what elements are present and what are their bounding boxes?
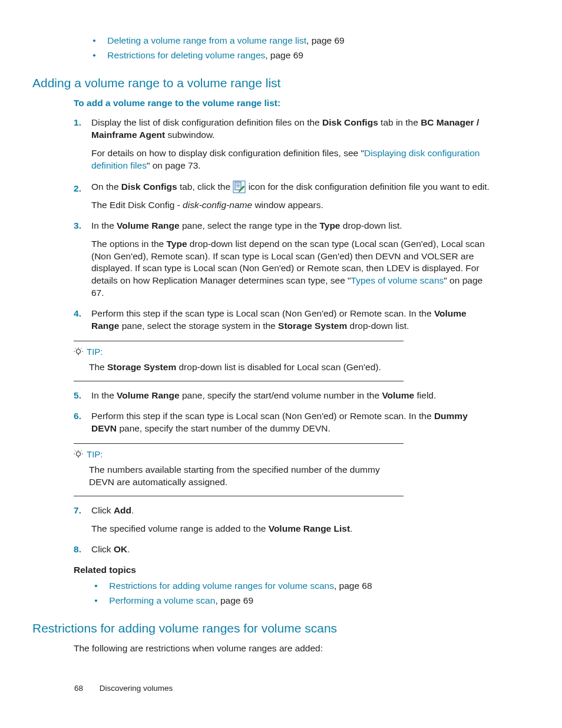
text: drop-down list. [347, 321, 409, 331]
list-item: Restrictions for deleting volume ranges,… [88, 50, 492, 62]
link-restrictions-deleting[interactable]: Restrictions for deleting volume ranges [107, 50, 265, 60]
tip-box: TIP: The numbers available starting from… [74, 443, 404, 496]
text: pane, specify the start number of the du… [117, 423, 330, 433]
text-bold: Volume Range [117, 220, 180, 230]
step-8: Click OK. [74, 543, 492, 556]
text: icon for the disk configuration definiti… [246, 182, 490, 192]
text: . [131, 505, 134, 515]
related-title: Related topics [74, 564, 492, 577]
tip-heading: TIP: [74, 449, 404, 460]
text: " on page 73. [147, 160, 201, 170]
text-bold: Type [319, 220, 340, 230]
text: pane, select the storage system in the [119, 321, 278, 331]
link-types-volume-scans[interactable]: Types of volume scans [351, 275, 444, 285]
svg-line-19 [81, 450, 82, 451]
step-list: Display the list of disk configuration d… [74, 117, 492, 332]
step-4: Perform this step if the scan type is Lo… [74, 308, 492, 332]
text: The Edit Disk Config - [91, 200, 183, 210]
text-italic: disk-config-name [183, 200, 252, 210]
heading-restrictions: Restrictions for adding volume ranges fo… [32, 620, 492, 637]
text: Perform this step if the scan type is Lo… [91, 411, 434, 421]
related-list: Restrictions for adding volume ranges fo… [90, 580, 492, 607]
text: The specified volume range is added to t… [91, 523, 269, 533]
text: The [89, 362, 107, 372]
procedure-title: To add a volume range to the volume rang… [74, 97, 492, 110]
step-sub: The Edit Disk Config - disk-config-name … [91, 199, 492, 212]
link-suffix: , page 69 [215, 595, 253, 605]
text: subwindow. [165, 130, 214, 140]
footer-text: Discovering volumes [100, 684, 173, 693]
step-3: In the Volume Range pane, select the ran… [74, 220, 492, 300]
svg-line-18 [75, 450, 75, 451]
step-list-cont2: Click Add. The specified volume range is… [74, 505, 492, 556]
text-bold: Add [114, 505, 131, 515]
link-deleting-volume-range[interactable]: Deleting a volume range from a volume ra… [107, 35, 306, 45]
text-bold: OK [114, 544, 127, 554]
text: pane, select the range type in the [180, 220, 320, 230]
text-bold: Disk Configs [322, 117, 378, 127]
text-bold: Storage System [107, 362, 176, 372]
document-page: Deleting a volume range from a volume ra… [0, 0, 562, 728]
svg-point-13 [77, 452, 81, 456]
list-item: Restrictions for adding volume ranges fo… [90, 580, 492, 592]
related-topics: Related topics Restrictions for adding v… [74, 564, 492, 607]
text-bold: Volume Range [117, 390, 180, 400]
text: For details on how to display disk confi… [91, 148, 364, 158]
tip-label: TIP: [87, 346, 103, 358]
step-list-cont: In the Volume Range pane, specify the st… [74, 390, 492, 435]
text: On the [91, 182, 121, 192]
text: field. [414, 390, 436, 400]
svg-point-6 [77, 350, 81, 354]
text: Click [91, 505, 114, 515]
text-bold: Storage System [278, 321, 347, 331]
step-5: In the Volume Range pane, specify the st… [74, 390, 492, 402]
text: Click [91, 544, 114, 554]
link-performing-volume-scan[interactable]: Performing a volume scan [109, 595, 215, 605]
text: Display the list of disk configuration d… [91, 117, 322, 127]
text-bold: Volume [382, 390, 414, 400]
step-1: Display the list of disk configuration d… [74, 117, 492, 172]
svg-line-11 [75, 348, 75, 349]
svg-rect-1 [235, 182, 241, 190]
svg-line-12 [81, 348, 82, 349]
text: . [127, 544, 130, 554]
lightbulb-icon [74, 450, 83, 459]
text: pane, specify the start/end volume numbe… [180, 390, 382, 400]
page-footer: 68 Discovering volumes [74, 683, 173, 694]
list-item: Performing a volume scan, page 69 [90, 595, 492, 607]
top-link-list: Deleting a volume range from a volume ra… [88, 35, 492, 62]
text: tab in the [378, 117, 421, 127]
text: tab, click the [177, 182, 233, 192]
heading-adding-volume-range: Adding a volume range to a volume range … [32, 75, 492, 91]
section-intro: The following are restrictions when volu… [74, 643, 492, 655]
step-sub: For details on how to display disk confi… [91, 147, 492, 172]
tip-box: TIP: The Storage System drop-down list i… [74, 341, 404, 381]
link-suffix: , page 69 [306, 35, 345, 45]
text: The numbers available starting from the … [89, 465, 380, 487]
text-bold: Volume Range List [269, 523, 350, 533]
text-bold: Type [167, 239, 187, 249]
list-item: Deleting a volume range from a volume ra… [88, 35, 492, 47]
text-bold: Disk Configs [121, 182, 177, 192]
text: The options in the [91, 239, 167, 249]
text: In the [91, 390, 117, 400]
link-restrictions-adding[interactable]: Restrictions for adding volume ranges fo… [109, 581, 334, 591]
text: In the [91, 220, 117, 230]
step-sub: The specified volume range is added to t… [91, 523, 492, 535]
text: drop-down list. [340, 220, 402, 230]
page-number: 68 [74, 684, 83, 693]
step-2: On the Disk Configs tab, click the icon … [74, 180, 492, 212]
tip-label: TIP: [87, 449, 103, 460]
link-suffix: , page 69 [265, 50, 303, 60]
tip-body: The numbers available starting from the … [89, 464, 404, 489]
text: . [350, 523, 352, 533]
text: window appears. [252, 200, 323, 210]
text: Perform this step if the scan type is Lo… [91, 308, 434, 318]
text: drop-down list is disabled for Local sca… [176, 362, 381, 372]
step-6: Perform this step if the scan type is Lo… [74, 410, 492, 435]
edit-file-icon [233, 180, 246, 193]
link-suffix: , page 68 [334, 581, 372, 591]
tip-heading: TIP: [74, 346, 404, 358]
step-7: Click Add. The specified volume range is… [74, 505, 492, 535]
lightbulb-icon [74, 347, 83, 357]
